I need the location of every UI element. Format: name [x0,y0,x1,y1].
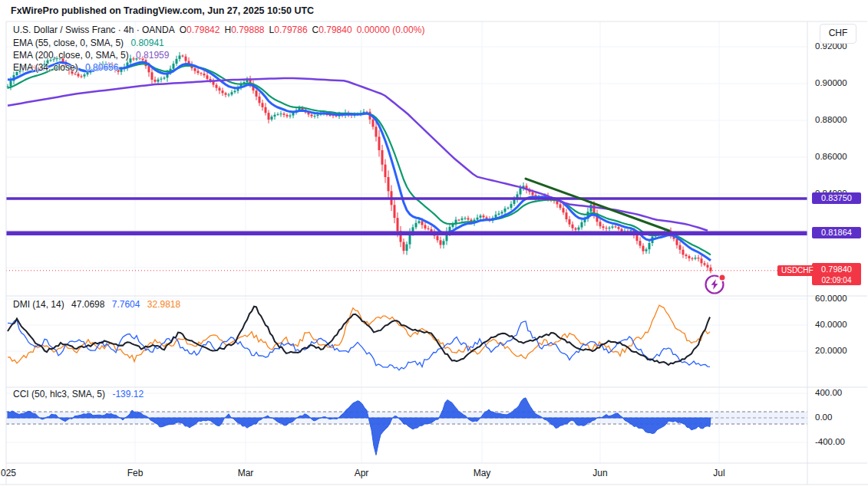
cci-axis-label: 400.00 [815,388,842,397]
ohlc-key: C [312,25,319,35]
ema55-value: 0.80941 [130,38,163,48]
cci-legend-row[interactable]: CCI (50, hlc3, SMA, 5) -139.12 [13,389,144,399]
price-axis-label: 0.86000 [815,152,847,161]
ohlc-value: 0.79842 [186,25,219,35]
time-axis-label: Apr [355,468,369,478]
ema55-line [8,64,711,255]
time-axis-label: Jun [592,468,607,478]
bar-countdown: 02:09:04 [812,275,861,285]
symbol-legend-row[interactable]: U.S. Dollar / Swiss Franc · 4h · OANDAO0… [13,25,424,35]
currency-button[interactable]: CHF [820,24,856,44]
last-price-value: 0.79840 [812,263,861,275]
cci-area [8,398,711,455]
ohlc-value: 0.79888 [231,25,264,35]
ema200-legend-row[interactable]: EMA (200, close, 0, SMA, 5) 0.81959 [13,50,169,61]
dmi-legend-row[interactable]: DMI (14, 14) 47.0698 7.7604 32.9818 [13,299,180,310]
time-axis-label: Feb [127,468,144,478]
ohlc-values: O0.79842H0.79888L0.79786C0.79840 [175,25,352,35]
dmi-plus-di-value: 7.7604 [112,299,140,310]
tradingview-chart: FxWirePro published on TradingView.com, … [0,0,868,493]
dmi-axis-label: 40.0000 [815,320,847,329]
cci-axis-label: 0.00 [815,412,832,422]
ema200-value: 0.81959 [136,50,169,61]
dmi-adx-value: 47.0698 [71,299,104,310]
cci-label: CCI (50, hlc3, SMA, 5) [13,389,105,399]
dmi-axis-label: 20.0000 [815,346,847,355]
dmi-minus-di-value: 32.9818 [147,299,180,310]
dmi-adx-line [8,307,710,365]
resistance-price-badge: 0.83750 [812,192,861,204]
ohlc-key: O [180,25,186,35]
ema34-value: 0.80656 [85,62,118,73]
time-axis-label: Jul [713,468,724,478]
chart-canvas[interactable] [0,0,868,493]
dmi-axis-label: 60.0000 [815,294,847,303]
price-axis-label: 0.88000 [815,115,847,124]
symbol-tag: USDCHF [777,265,817,276]
ema34-legend-row[interactable]: EMA (34, close) 0.80656 [13,62,118,73]
time-axis-label: Mar [238,468,254,478]
last-price-badge: 0.79840 02:09:04 [812,263,861,285]
time-axis-label: 025 [1,468,16,478]
ohlc-value: 0.79840 [318,25,351,35]
cci-value: -139.12 [112,389,144,399]
dmi-label: DMI (14, 14) [13,299,64,310]
ema34-label: EMA (34, close) [13,62,78,73]
time-axis-label: May [474,468,491,478]
change-value: 0.00000 (0.00%) [357,25,425,35]
cci-axis-label: -400.00 [815,437,845,446]
ema200-label: EMA (200, close, 0, SMA, 5) [13,50,129,61]
flash-icon[interactable] [703,271,728,296]
ema55-label: EMA (55, close, 0, SMA, 5) [13,38,124,48]
price-axis-label: 0.90000 [815,78,847,87]
symbol-title: U.S. Dollar / Swiss Franc · 4h · OANDA [13,25,175,35]
ohlc-value: 0.79786 [274,25,307,35]
ohlc-key: H [224,25,231,35]
dmi-minus-di-line [8,305,710,363]
ema55-legend-row[interactable]: EMA (55, close, 0, SMA, 5) 0.80941 [13,38,164,48]
support-price-badge: 0.81864 [812,227,861,238]
